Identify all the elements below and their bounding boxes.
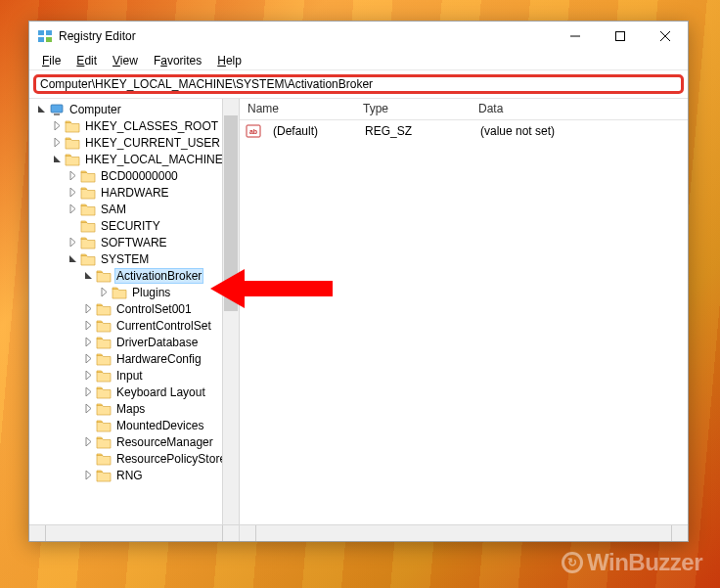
list-header[interactable]: Name Type Data [240,99,688,120]
folder-icon [65,119,80,133]
tree-node[interactable]: SECURITY [31,217,239,234]
tree-node-label: MountedDevices [114,419,205,432]
tree-node[interactable]: ResourceManager [31,433,239,450]
tree-expander[interactable] [82,337,94,348]
tree-node-label: Input [114,369,145,383]
tree-node[interactable]: CurrentControlSet [31,317,239,334]
list-horizontal-scrollbar[interactable] [240,524,688,541]
tree-node[interactable]: ResourcePolicyStore [31,450,239,467]
folder-icon [96,269,112,283]
tree-expander[interactable] [82,470,94,481]
app-icon [37,28,53,44]
tree-node[interactable]: HKEY_CURRENT_USER [31,134,239,151]
tree-node-label: Keyboard Layout [114,385,207,399]
menu-file[interactable]: File [35,52,68,69]
folder-icon [80,219,96,233]
tree-node[interactable]: ActivationBroker [31,267,239,284]
tree-expander[interactable] [67,253,78,265]
tree-expander[interactable] [82,270,94,282]
string-value-icon: ab [246,123,261,139]
tree-expander[interactable] [82,436,94,448]
folder-icon [80,252,96,266]
list-row[interactable]: ab(Default)REG_SZ(value not set) [240,122,688,139]
tree-expander[interactable] [51,137,63,149]
tree-node-label: HKEY_LOCAL_MACHINE [83,153,225,166]
folder-icon [112,286,127,299]
tree-node-label: HardwareConfig [114,352,203,366]
tree-node-label: ResourcePolicyStore [114,452,228,466]
column-data[interactable]: Data [471,99,688,119]
menu-edit[interactable]: Edit [69,52,104,69]
tree-horizontal-scrollbar[interactable] [29,524,239,541]
tree-node[interactable]: ControlSet001 [31,300,239,317]
tree-node-label: DriverDatabase [114,336,200,349]
values-pane: Name Type Data ab(Default)REG_SZ(value n… [240,99,688,541]
value-data: (value not set) [472,124,562,138]
folder-icon [96,435,112,449]
menu-view[interactable]: View [106,52,145,69]
tree-node[interactable]: SOFTWARE [31,234,239,250]
folder-icon [65,153,80,166]
tree-expander[interactable] [51,120,63,132]
svg-rect-0 [38,30,44,35]
tree-node[interactable]: SAM [31,201,239,217]
minimize-button[interactable] [553,22,598,51]
tree-node[interactable]: DriverDatabase [31,334,239,350]
svg-rect-5 [616,32,625,41]
svg-rect-8 [51,105,63,113]
tree-node[interactable]: Maps [31,400,239,417]
tree-node[interactable]: HKEY_LOCAL_MACHINE [31,151,239,167]
tree-node-label: RNG [114,469,145,482]
tree-vertical-scrollbar[interactable] [222,99,239,524]
close-button[interactable] [643,22,688,51]
column-name[interactable]: Name [240,99,355,119]
tree-node[interactable]: Keyboard Layout [31,384,239,400]
tree-node-label: HKEY_CURRENT_USER [83,136,222,150]
folder-icon [80,169,96,183]
tree-node-label: HARDWARE [99,186,171,200]
tree-node-label: SYSTEM [99,252,151,266]
column-type[interactable]: Type [355,99,471,119]
maximize-button[interactable] [598,22,643,51]
tree-node[interactable]: MountedDevices [31,417,239,433]
tree-node-label: SAM [99,203,128,216]
tree-expander[interactable] [82,320,94,332]
tree-node-label: SOFTWARE [99,236,169,249]
tree-node-label: ControlSet001 [114,302,194,316]
tree-expander[interactable] [98,287,110,298]
tree-node[interactable]: HARDWARE [31,184,239,201]
folder-icon [96,369,112,383]
svg-text:ab: ab [249,128,257,135]
tree-node[interactable]: HardwareConfig [31,350,239,367]
tree-expander[interactable] [67,187,78,199]
tree-expander[interactable] [67,237,78,249]
svg-rect-1 [46,30,52,35]
tree-node[interactable]: SYSTEM [31,250,239,267]
tree-node[interactable]: HKEY_CLASSES_ROOT [31,117,239,134]
address-bar[interactable] [33,74,684,94]
folder-icon [96,302,112,316]
tree-expander[interactable] [82,370,94,382]
tree-node-label: ActivationBroker [114,268,203,284]
tree-expander[interactable] [35,104,47,115]
tree-expander[interactable] [82,303,94,315]
tree-node[interactable]: Input [31,367,239,384]
folder-icon [96,352,112,366]
tree-expander[interactable] [51,154,63,165]
tree-node[interactable]: Computer [31,101,239,117]
tree-node[interactable]: BCD00000000 [31,167,239,184]
watermark-icon: ↻ [562,552,583,573]
tree-node[interactable]: Plugins [31,284,239,300]
titlebar[interactable]: Registry Editor [29,22,688,51]
tree-node-label: SECURITY [99,219,162,233]
tree-expander[interactable] [82,353,94,365]
tree-expander[interactable] [82,403,94,415]
menu-favorites[interactable]: Favorites [147,52,208,69]
value-name: (Default) [265,124,357,138]
tree-expander[interactable] [67,204,78,215]
tree-expander[interactable] [67,170,78,182]
tree-node[interactable]: RNG [31,467,239,483]
menu-help[interactable]: Help [210,52,248,69]
tree-expander[interactable] [82,386,94,398]
tree-node-label: Maps [114,402,147,416]
